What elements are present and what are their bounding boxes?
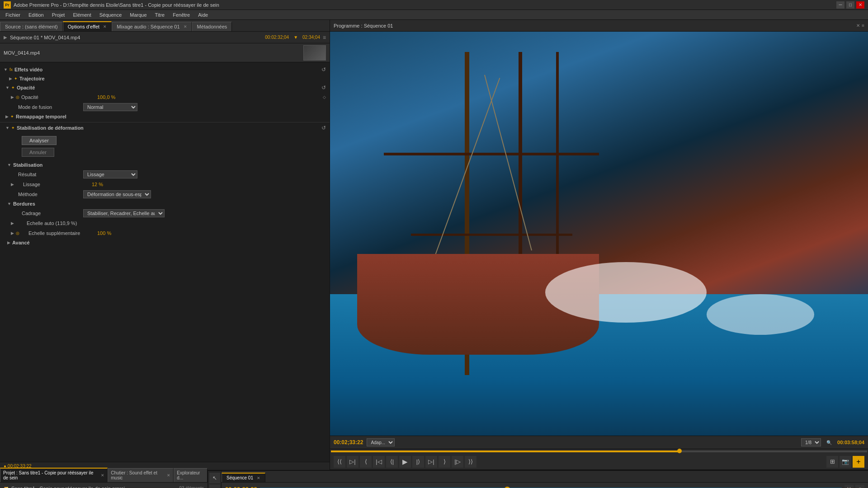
close-audio-tab[interactable]: ✕ xyxy=(184,24,187,29)
project-panel: Projet : Sans titre1 - Copie pour rééssa… xyxy=(0,471,208,488)
video-effects-header[interactable]: ▼ fx Effets vidéo ↺ xyxy=(0,65,330,74)
progress-bar[interactable] xyxy=(330,449,868,454)
opacity-section-label: Opacité xyxy=(17,85,35,90)
panel-menu-icon[interactable]: ≡ xyxy=(323,34,326,41)
tab-explorer[interactable]: Explorateur d... xyxy=(174,468,208,482)
goto-out-btn[interactable]: ▷| xyxy=(425,456,437,468)
close-button[interactable]: ✕ xyxy=(856,1,864,9)
video-effects-reset[interactable]: ↺ xyxy=(321,66,326,73)
progress-track[interactable] xyxy=(331,450,867,452)
tab-metadata[interactable]: Métadonnées xyxy=(192,22,232,31)
shuttle-right-btn[interactable]: ⟩⟩ xyxy=(465,456,476,468)
window-controls: ─ □ ✕ xyxy=(836,1,864,9)
inline-clip-area: MOV_0414.mp4 xyxy=(0,43,330,62)
export-frame-btn[interactable]: 📷 xyxy=(840,456,851,468)
safe-margins-btn[interactable]: ⊞ xyxy=(826,456,838,468)
menu-projet[interactable]: Projet xyxy=(48,11,69,19)
program-menu-icon[interactable]: ≡ xyxy=(862,23,864,28)
tab-audio-mixer[interactable]: Mixage audio : Séquence 01 ✕ xyxy=(112,22,192,31)
tab-source[interactable]: Source : (sans élément) xyxy=(0,22,63,31)
minimize-button[interactable]: ─ xyxy=(836,1,844,9)
timecode-separator: ▼ xyxy=(293,35,298,40)
menu-fichier[interactable]: Fichier xyxy=(2,11,24,19)
stabilize-sub-label: Stabilisation xyxy=(13,162,42,168)
add-btn[interactable]: + xyxy=(853,456,864,468)
stabilize-sub-header[interactable]: ▼ Stabilisation xyxy=(0,160,330,169)
shuttle-left-btn[interactable]: ⟨⟨ xyxy=(334,456,345,468)
menu-element[interactable]: Elément xyxy=(69,11,94,19)
sequence-tabs: Séquence 01 ✕ xyxy=(222,471,868,483)
menu-titre[interactable]: Titre xyxy=(151,11,169,19)
close-project-tab[interactable]: ✕ xyxy=(101,473,104,478)
adapt-dropdown[interactable]: Adap... xyxy=(367,438,395,446)
borders-header[interactable]: ▼ Bordures xyxy=(0,199,330,208)
prev-edit-btn[interactable]: ⟨| xyxy=(386,456,398,468)
keyframe-icon[interactable]: ◇ xyxy=(323,95,326,99)
menu-fenetre[interactable]: Fenêtre xyxy=(169,11,193,19)
bottom-container: Projet : Sans titre1 - Copie pour rééssa… xyxy=(0,470,868,488)
blend-mode-label: Mode de fusion xyxy=(11,104,83,110)
opacity-value[interactable]: 100,0 % xyxy=(97,94,115,100)
seq-marker-btn[interactable]: M xyxy=(844,485,854,488)
in-point-btn[interactable]: ▷| xyxy=(347,456,359,468)
inline-clip-name: MOV_0414.mp4 xyxy=(4,50,40,56)
stabilize-section-header[interactable]: ▼ ✦ Stabilisation de déformation ↺ xyxy=(0,123,330,132)
tab-chutier[interactable]: Chutier : Sound effet et music ✕ xyxy=(108,468,174,482)
play-button[interactable]: ▶ xyxy=(399,456,411,468)
main-container: Source : (sans élément) Options d'effet … xyxy=(0,20,868,470)
framing-select[interactable]: Stabiliser, Recadrer, Echelle auto xyxy=(83,209,165,217)
tab-effect-controls[interactable]: Options d'effet ✕ xyxy=(63,21,112,31)
menu-aide[interactable]: Aide xyxy=(194,11,212,19)
close-effect-tab[interactable]: ✕ xyxy=(103,24,107,29)
app-title: Adobe Premiere Pro - D:\Tempête dennis E… xyxy=(14,2,836,8)
step-fwd-btn[interactable]: ⟩ xyxy=(439,456,450,468)
tab-sequence[interactable]: Séquence 01 ✕ xyxy=(222,473,265,482)
effect-controls-panel: ▶ Séquence 01 * MOV_0414.mp4 00:02:32;04… xyxy=(0,32,330,470)
result-label: Résultat xyxy=(11,172,83,177)
smooth-value[interactable]: 12 % xyxy=(92,182,103,187)
advanced-header[interactable]: ▶ Avancé xyxy=(0,238,330,247)
project-header: 📁 Sans titre1 - Copie pour rééssayer ile… xyxy=(0,483,208,488)
blend-mode-select[interactable]: Normal xyxy=(83,103,137,111)
project-name: Sans titre1 - Copie pour rééssayer ile d… xyxy=(11,486,125,488)
step-back-btn[interactable]: ⟨ xyxy=(360,456,372,468)
remap-header[interactable]: ▶ ✦ Remappage temporel xyxy=(0,112,330,121)
close-seq-tab[interactable]: ✕ xyxy=(257,476,260,480)
menu-sequence[interactable]: Séquence xyxy=(96,11,126,19)
scale-dropdown[interactable]: 1/8 xyxy=(801,438,821,446)
result-select[interactable]: Lissage xyxy=(83,170,137,178)
cancel-area: Annuler xyxy=(0,148,330,160)
method-select[interactable]: Déformation de sous-espace xyxy=(83,190,151,198)
extra-scale-row: ▶ ◎ Echelle supplémentaire 100 % xyxy=(0,228,330,238)
video-preview xyxy=(330,32,868,436)
analyze-button[interactable]: Analyser xyxy=(22,136,57,145)
maximize-button[interactable]: □ xyxy=(846,1,854,9)
program-close-icon[interactable]: ✕ xyxy=(856,23,860,28)
element-count: 93 éléments xyxy=(179,486,204,488)
folder-icon: 📁 xyxy=(4,486,9,488)
blend-mode-row: Mode de fusion Normal xyxy=(0,102,330,112)
trajectory-header[interactable]: ▶ ✦ Trajectoire xyxy=(0,74,330,83)
tab-project[interactable]: Projet : Sans titre1 - Copie pour rééssa… xyxy=(0,468,108,482)
program-title: Programme : Séquence 01 xyxy=(334,23,856,28)
menu-edition[interactable]: Edition xyxy=(25,11,47,19)
smooth-label: Lissage xyxy=(16,182,88,187)
track-select-btn[interactable]: ⊏ xyxy=(209,484,220,488)
cancel-button[interactable]: Annuler xyxy=(22,148,54,157)
extra-scale-value[interactable]: 100 % xyxy=(97,230,111,236)
stabilize-reset[interactable]: ↺ xyxy=(321,125,326,131)
progress-thumb[interactable] xyxy=(677,449,682,453)
menu-marque[interactable]: Marque xyxy=(126,11,150,19)
close-chutier-tab[interactable]: ✕ xyxy=(167,473,170,478)
opacity-reset[interactable]: ↺ xyxy=(321,84,326,91)
chevron-left-icon[interactable]: ▶ xyxy=(4,35,7,40)
selection-tool-btn[interactable]: ↖ xyxy=(209,473,220,483)
sequence-mini-track xyxy=(260,486,842,488)
goto-in-btn[interactable]: |◁ xyxy=(373,456,385,468)
out-point-btn[interactable]: |▷ xyxy=(452,456,463,468)
seq-settings-btn[interactable]: ⚙ xyxy=(855,485,864,488)
next-edit-btn[interactable]: |⟩ xyxy=(412,456,424,468)
opacity-section-header[interactable]: ▼ ✦ Opacité ↺ xyxy=(0,83,330,92)
monitor-time: 00:02;33:22 xyxy=(334,439,363,446)
auto-scale-row: ▶ Echelle auto (110,9 %) xyxy=(0,218,330,228)
